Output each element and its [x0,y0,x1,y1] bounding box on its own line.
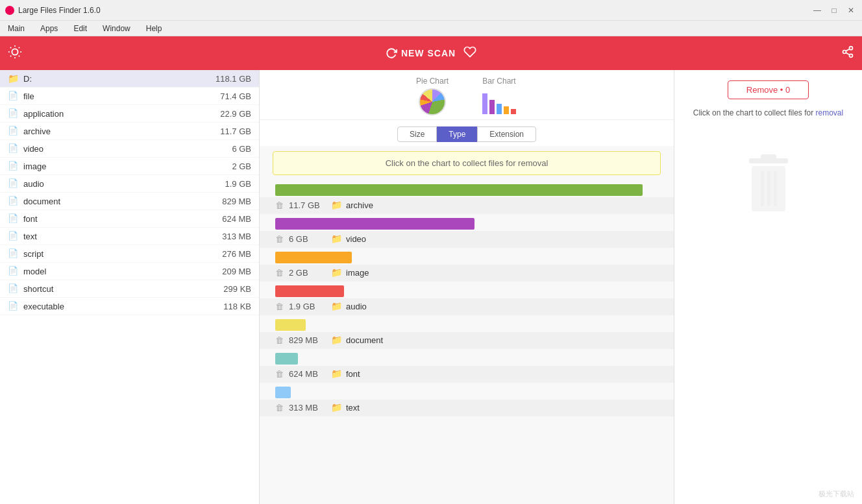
left-item-image[interactable]: 📄 image 2 GB [0,158,259,175]
close-button[interactable]: ✕ [845,5,857,16]
svg-rect-15 [761,154,776,160]
remove-button[interactable]: Remove • 0 [728,80,809,99]
trash-icon: 🗑 [275,200,284,210]
pie-chart-icon [419,88,446,115]
file-row-video: 🗑 6 GB 📁 video [260,231,674,248]
left-item-text[interactable]: 📄 text 313 MB [0,228,259,245]
folder-icon: 📁 [331,200,342,210]
size-filter-tab[interactable]: Size [397,126,437,142]
watermark: 极光下载站 [819,489,854,499]
folder-icon: 📁 [8,73,18,84]
bar-archive[interactable] [275,184,643,196]
minimize-button[interactable]: — [811,5,823,16]
favorite-button[interactable] [463,45,476,62]
left-item-archive[interactable]: 📄 archive 11.7 GB [0,123,259,140]
svg-line-7 [10,55,11,56]
bar-document[interactable] [275,319,306,331]
bar-chart-icon [481,88,517,115]
menu-main[interactable]: Main [5,23,27,34]
left-item-script[interactable]: 📄 script 276 MB [0,245,259,263]
folder-icon: 📁 [331,402,342,413]
left-item-font[interactable]: 📄 font 624 MB [0,210,259,228]
bar-audio[interactable] [275,285,344,297]
svg-rect-18 [767,171,770,206]
type-filter-tab[interactable]: Type [437,126,477,142]
file-icon: 📄 [8,266,18,276]
file-icon: 📄 [8,196,18,206]
share-button[interactable] [841,45,854,62]
pie-chart-tab[interactable]: Pie Chart [416,77,449,115]
chart-type-tabs: Pie Chart Bar Chart [260,70,674,120]
chart-row-video [260,217,674,230]
file-icon: 📄 [8,161,18,171]
svg-rect-19 [774,171,777,206]
folder-icon: 📁 [331,301,342,311]
maximize-button[interactable]: □ [828,5,840,16]
trash-icon: 🗑 [275,234,284,244]
file-icon: 📄 [8,126,18,136]
svg-point-9 [850,46,853,49]
svg-line-4 [19,55,19,56]
trash-illustration [736,152,801,225]
svg-rect-17 [761,171,764,206]
left-item-executable[interactable]: 📄 executable 118 KB [0,298,259,315]
folder-icon: 📁 [331,335,342,345]
menu-apps[interactable]: Apps [38,23,60,34]
right-panel: Remove • 0 Click on the chart to collect… [674,70,862,504]
app-title: Large Files Finder 1.6.0 [18,6,811,15]
file-icon: 📄 [8,143,18,154]
file-row-audio: 🗑 1.9 GB 📁 audio [260,298,674,315]
file-icon: 📄 [8,231,18,241]
bar-text[interactable] [275,387,291,398]
file-icon: 📄 [8,213,18,224]
extension-filter-tab[interactable]: Extension [477,126,536,142]
app-icon [5,6,14,15]
svg-line-8 [19,47,19,47]
chart-row-archive [260,183,674,196]
window-controls: — □ ✕ [811,5,857,16]
svg-line-13 [846,49,850,51]
main-layout: 📁 D: 118.1 GB 📄 file 71.4 GB 📄 applicati… [0,70,862,504]
chart-row-text [260,385,674,398]
bar-chart-tab[interactable]: Bar Chart [481,77,517,115]
left-item-document[interactable]: 📄 document 829 MB [0,193,259,210]
center-panel: Pie Chart Bar Chart Size Type Extension [260,70,674,504]
bar-image[interactable] [275,252,352,263]
file-row-text: 🗑 313 MB 📁 text [260,400,674,416]
left-item-application[interactable]: 📄 application 22.9 GB [0,105,259,123]
theme-toggle-button[interactable] [8,45,22,62]
left-item-shortcut[interactable]: 📄 shortcut 299 KB [0,280,259,298]
bar-video[interactable] [275,218,474,230]
chart-area[interactable]: 🗑 11.7 GB 📁 archive 🗑 6 GB 📁 video 🗑 [260,180,674,504]
svg-point-11 [850,54,853,57]
filter-tabs: Size Type Extension [260,120,674,146]
left-item-audio[interactable]: 📄 audio 1.9 GB [0,175,259,193]
hint-box: Click on the chart to collect files for … [273,151,661,175]
file-icon: 📄 [8,283,18,294]
left-item-video[interactable]: 📄 video 6 GB [0,140,259,158]
left-item-file[interactable]: 📄 file 71.4 GB [0,88,259,105]
file-row-document: 🗑 829 MB 📁 document [260,332,674,349]
trash-icon: 🗑 [275,335,284,345]
svg-line-3 [10,47,11,47]
trash-icon: 🗑 [275,302,284,311]
bar-font[interactable] [275,353,298,365]
menu-help[interactable]: Help [143,23,165,34]
menu-bar: Main Apps Edit Window Help [0,21,862,36]
title-bar: Large Files Finder 1.6.0 — □ ✕ [0,0,862,21]
menu-edit[interactable]: Edit [71,23,90,34]
svg-line-12 [846,53,850,54]
menu-window[interactable]: Window [100,23,133,34]
new-scan-button[interactable]: NEW SCAN [386,47,456,59]
trash-icon: 🗑 [275,268,284,278]
remove-hint: Click on the chart to collect files for … [693,107,843,119]
folder-icon: 📁 [331,267,342,278]
chart-row-image [260,250,674,263]
chart-row-document [260,318,674,331]
svg-point-0 [12,49,18,54]
left-item-model[interactable]: 📄 model 209 MB [0,263,259,280]
file-row-image: 🗑 2 GB 📁 image [260,265,674,282]
trash-icon: 🗑 [275,403,284,413]
folder-icon: 📁 [331,234,342,244]
left-item-drive[interactable]: 📁 D: 118.1 GB [0,70,259,88]
